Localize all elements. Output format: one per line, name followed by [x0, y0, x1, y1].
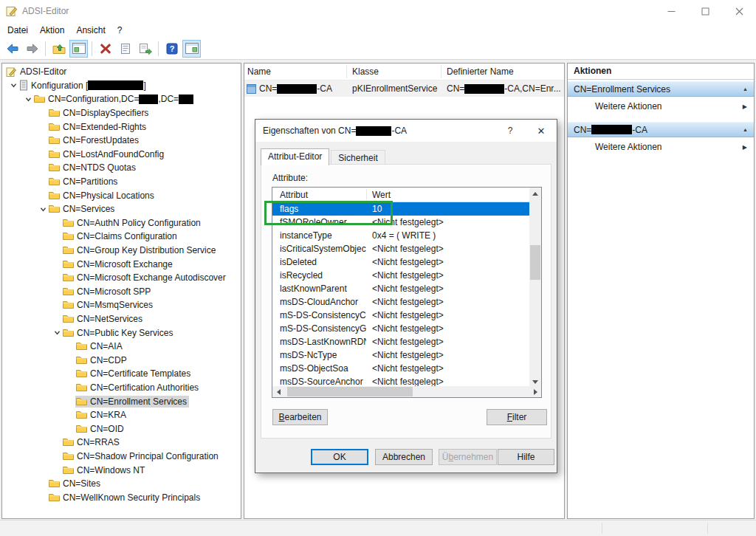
- tree-node-body[interactable]: CN=Physical Locations: [48, 190, 157, 202]
- tab-sicherheit[interactable]: Sicherheit: [331, 150, 385, 165]
- attribute-row[interactable]: isCriticalSystemObject<Nicht festgelegt>: [272, 242, 531, 255]
- tree-item[interactable]: CN=OID: [2, 422, 241, 436]
- export-list-button[interactable]: [136, 40, 154, 58]
- action-item[interactable]: Weitere Aktionen▶: [568, 137, 754, 157]
- tree-node-body[interactable]: CN=Certificate Templates: [75, 368, 193, 379]
- collapse-arrow-icon[interactable]: ▲: [743, 86, 748, 92]
- vertical-scrollbar-thumb[interactable]: [530, 245, 540, 280]
- tree-node-body[interactable]: CN=AuthN Policy Configuration: [62, 217, 203, 229]
- tree-node-body[interactable]: CN=Configuration,DC=,DC=: [33, 93, 196, 105]
- menu-item-?[interactable]: ?: [111, 24, 128, 37]
- tree-item[interactable]: CN=Claims Configuration: [2, 230, 241, 244]
- tree-item[interactable]: CN=Services: [2, 202, 241, 216]
- tree-item[interactable]: CN=NetServices: [2, 312, 241, 326]
- grid-column-wert[interactable]: Wert: [372, 190, 391, 200]
- attribute-row[interactable]: mS-DS-ConsistencyG...<Nicht festgelegt>: [272, 322, 531, 335]
- tab-attribut-editor[interactable]: Attribut-Editor: [261, 148, 329, 165]
- attribute-row[interactable]: msDS-LastKnownRDN<Nicht festgelegt>: [272, 335, 531, 348]
- attribute-row[interactable]: flags10: [272, 202, 531, 216]
- tree-node-body[interactable]: CN=Microsoft Exchange: [62, 258, 175, 270]
- tree-item[interactable]: CN=Extended-Rights: [2, 120, 241, 134]
- menu-item-ansicht[interactable]: Ansicht: [70, 24, 111, 37]
- cancel-button[interactable]: Abbrechen: [375, 449, 433, 465]
- tree-item[interactable]: CN=Public Key Services: [2, 326, 241, 340]
- tree-node-body[interactable]: Konfiguration []: [18, 79, 148, 92]
- tree-node-body[interactable]: CN=Shadow Principal Configuration: [62, 450, 221, 462]
- tree-node-body[interactable]: CN=Microsoft SPP: [62, 286, 153, 298]
- tree-node-body[interactable]: CN=ForestUpdates: [48, 134, 141, 146]
- forward-button[interactable]: [23, 40, 41, 58]
- minimize-button[interactable]: [654, 0, 688, 22]
- dialog-help-button[interactable]: ?: [496, 120, 524, 142]
- tree-item[interactable]: CN=MsmqServices: [2, 298, 241, 312]
- chevron-expanded-icon[interactable]: [23, 96, 33, 103]
- tree-item[interactable]: CN=Microsoft SPP: [2, 285, 241, 299]
- tree-item[interactable]: Konfiguration []: [2, 79, 241, 93]
- tree-node-body[interactable]: CN=Windows NT: [62, 464, 147, 476]
- attribute-row[interactable]: instanceType0x4 = ( WRITE ): [272, 229, 531, 242]
- tree-item[interactable]: CN=Certificate Templates: [2, 367, 241, 381]
- column-header-klasse[interactable]: Klasse: [352, 66, 379, 77]
- tree-item[interactable]: CN=Sites: [2, 477, 241, 491]
- attribute-row[interactable]: lastKnownParent<Nicht festgelegt>: [272, 282, 531, 295]
- close-button[interactable]: [722, 0, 756, 22]
- tree-item[interactable]: CN=NTDS Quotas: [2, 161, 241, 175]
- ok-button[interactable]: OK: [311, 449, 368, 465]
- tree-node-body[interactable]: CN=Partitions: [48, 176, 120, 188]
- scroll-up-button[interactable]: [529, 188, 541, 199]
- tree-node-body[interactable]: CN=DisplaySpecifiers: [48, 107, 151, 119]
- tree-item[interactable]: CN=Partitions: [2, 175, 241, 189]
- action-section-header[interactable]: CN=-CA▲: [568, 122, 754, 137]
- properties-button[interactable]: [116, 40, 134, 58]
- back-button[interactable]: [3, 40, 21, 58]
- collapse-arrow-icon[interactable]: ▲: [743, 127, 748, 132]
- column-header-dn[interactable]: Definierter Name: [447, 66, 514, 77]
- horizontal-scrollbar[interactable]: [272, 386, 541, 397]
- vertical-scrollbar[interactable]: [529, 188, 541, 388]
- dialog-close-button[interactable]: ✕: [527, 120, 555, 142]
- chevron-expanded-icon[interactable]: [52, 329, 62, 336]
- tree-node-body[interactable]: CN=WellKnown Security Principals: [48, 492, 202, 504]
- tree-node-body[interactable]: CN=Claims Configuration: [62, 230, 179, 242]
- column-separator[interactable]: [441, 65, 441, 78]
- tree-item[interactable]: CN=ForestUpdates: [2, 134, 241, 148]
- tree-node-body[interactable]: CN=NetServices: [62, 313, 145, 325]
- tree-item[interactable]: CN=DisplaySpecifiers: [2, 106, 241, 120]
- tree-item[interactable]: ADSI-Editor: [2, 65, 241, 79]
- tree-item[interactable]: CN=Microsoft Exchange Autodiscover: [2, 271, 241, 285]
- tree-node-body[interactable]: CN=Group Key Distribution Service: [62, 244, 218, 256]
- tree-node-body[interactable]: CN=NTDS Quotas: [48, 162, 138, 173]
- chevron-expanded-icon[interactable]: [38, 206, 48, 213]
- filter-button[interactable]: Filter: [487, 409, 547, 425]
- tree-item[interactable]: CN=LostAndFoundConfig: [2, 148, 241, 162]
- chevron-expanded-icon[interactable]: [8, 82, 18, 89]
- apply-button[interactable]: Übernehmen: [439, 449, 497, 465]
- tree-node-body[interactable]: CN=Certification Authorities: [75, 382, 201, 394]
- tree-node-body[interactable]: CN=Services: [48, 203, 117, 215]
- tree-item[interactable]: CN=KRA: [2, 408, 241, 422]
- show-action-pane-button[interactable]: [182, 40, 201, 58]
- tree-node-body[interactable]: CN=Extended-Rights: [48, 121, 148, 133]
- tree-item[interactable]: CN=Microsoft Exchange: [2, 257, 241, 271]
- tree-node-body[interactable]: CN=RRAS: [62, 436, 122, 448]
- tree-item[interactable]: CN=Enrollment Services: [2, 394, 241, 408]
- help-button[interactable]: ?: [162, 40, 181, 58]
- tree-item[interactable]: CN=WellKnown Security Principals: [2, 490, 241, 504]
- tree-item[interactable]: CN=AIA: [2, 340, 241, 354]
- menu-item-aktion[interactable]: Aktion: [34, 24, 70, 37]
- horizontal-scrollbar-thumb[interactable]: [287, 387, 413, 396]
- help-button[interactable]: Hilfe: [498, 449, 554, 465]
- tree-node-body[interactable]: CN=Enrollment Services: [75, 396, 189, 408]
- column-header-name[interactable]: Name: [247, 66, 271, 77]
- tree-item[interactable]: CN=RRAS: [2, 436, 241, 450]
- tree-item[interactable]: CN=Group Key Distribution Service: [2, 244, 241, 258]
- tree-node-body[interactable]: CN=Public Key Services: [62, 327, 175, 339]
- tree-node-body[interactable]: CN=Sites: [48, 478, 103, 489]
- tree-item[interactable]: CN=Certification Authorities: [2, 381, 241, 395]
- tree-node-body[interactable]: ADSI-Editor: [5, 66, 69, 78]
- up-one-level-button[interactable]: [49, 40, 68, 58]
- attribute-row[interactable]: fSMORoleOwner<Nicht festgelegt>: [272, 216, 531, 229]
- edit-button[interactable]: Bearbeiten: [272, 409, 328, 425]
- column-separator[interactable]: [346, 65, 347, 78]
- maximize-button[interactable]: [688, 0, 722, 22]
